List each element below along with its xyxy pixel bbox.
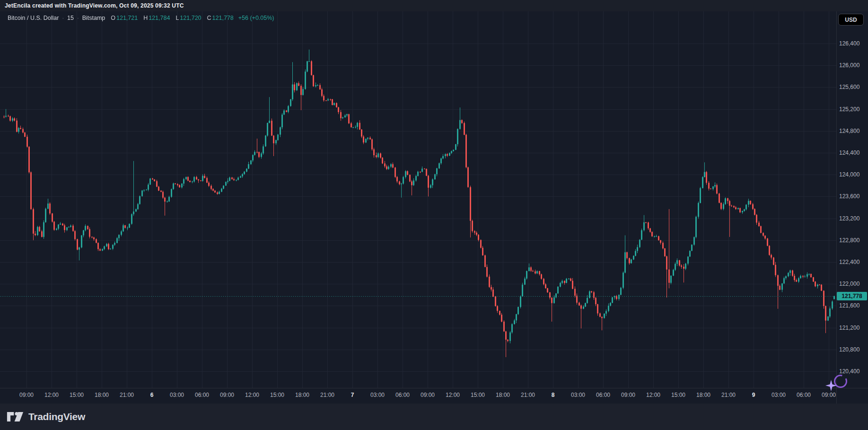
time-tick-label: 09:00 <box>19 392 34 398</box>
price-tick-label: 121,600 <box>839 302 859 309</box>
open-value: 121,721 <box>116 15 138 21</box>
footer-bar: TradingView <box>0 404 868 430</box>
time-tick-label: 21:00 <box>521 392 535 398</box>
price-tick-label: 122,800 <box>839 237 859 244</box>
time-tick-label: 15:00 <box>70 392 84 398</box>
tradingview-logo-icon[interactable] <box>7 410 24 423</box>
price-tick-label: 126,000 <box>839 62 859 69</box>
time-tick-label: 06:00 <box>596 392 610 398</box>
symbol-legend[interactable]: Bitcoin / U.S. Dollar · 15 · Bitstamp O … <box>8 14 274 22</box>
time-tick-label: 15:00 <box>471 392 485 398</box>
date-tick-label: 8 <box>552 392 555 398</box>
price-tick-label: 124,800 <box>839 128 859 134</box>
candlestick-chart-pane[interactable] <box>0 11 836 388</box>
time-tick-label: 12:00 <box>646 392 660 398</box>
time-tick-label: 21:00 <box>120 392 134 398</box>
time-tick-label: 18:00 <box>696 392 710 398</box>
time-tick-label: 15:00 <box>270 392 284 398</box>
symbol-title[interactable]: Bitcoin / U.S. Dollar <box>8 15 59 21</box>
high-value: 121,784 <box>149 15 170 21</box>
price-tick-label: 122,000 <box>839 281 859 287</box>
change-value: +56 (+0.05%) <box>238 15 274 21</box>
close-label: C <box>207 15 211 21</box>
price-tick-label: 126,400 <box>839 40 859 47</box>
time-tick-label: 03:00 <box>170 392 184 398</box>
legend-separator: · <box>77 15 79 21</box>
time-scale[interactable]: 09:0012:0015:0018:0021:00603:0006:0009:0… <box>0 388 836 404</box>
price-tick-label: 124,000 <box>839 171 859 178</box>
time-tick-label: 21:00 <box>320 392 334 398</box>
close-value: 121,778 <box>212 15 234 21</box>
price-tick-label: 121,200 <box>839 325 859 331</box>
price-scale[interactable]: USD 121,778 126,400126,000125,600125,200… <box>836 11 868 404</box>
time-tick-label: 06:00 <box>195 392 209 398</box>
time-tick-label: 03:00 <box>571 392 585 398</box>
export-attribution-bar: JetEncila created with TradingView.com, … <box>0 0 868 11</box>
price-tick-label: 125,600 <box>839 84 859 90</box>
price-tick-label: 122,400 <box>839 259 859 265</box>
time-tick-label: 18:00 <box>295 392 309 398</box>
price-tick-label: 124,400 <box>839 149 859 156</box>
time-tick-label: 03:00 <box>772 392 786 398</box>
price-tick-label: 123,600 <box>839 193 859 200</box>
low-label: L <box>175 15 179 21</box>
price-tick-label: 120,400 <box>839 368 859 375</box>
low-value: 121,720 <box>180 15 201 21</box>
attribution-text: JetEncila created with TradingView.com, … <box>5 2 184 9</box>
time-tick-label: 09:00 <box>220 392 234 398</box>
tradingview-brand-text[interactable]: TradingView <box>28 411 85 422</box>
exchange-label[interactable]: Bitstamp <box>82 15 105 21</box>
last-price-badge: 121,778 <box>837 292 867 300</box>
time-tick-label: 06:00 <box>797 392 811 398</box>
date-tick-label: 6 <box>150 392 154 398</box>
time-tick-label: 03:00 <box>370 392 385 398</box>
price-tick-label: 120,800 <box>839 346 859 353</box>
time-tick-label: 09:00 <box>621 392 635 398</box>
time-tick-label: 18:00 <box>496 392 510 398</box>
interval-label[interactable]: 15 <box>67 15 74 21</box>
time-tick-label: 09:00 <box>822 392 836 398</box>
time-tick-label: 12:00 <box>245 392 259 398</box>
time-tick-label: 18:00 <box>95 392 109 398</box>
open-label: O <box>111 15 115 21</box>
high-label: H <box>143 15 148 21</box>
legend-separator: · <box>62 15 64 21</box>
tradingview-chart-window: JetEncila created with TradingView.com, … <box>0 0 868 430</box>
time-axis-border <box>0 388 868 388</box>
time-tick-label: 12:00 <box>44 392 59 398</box>
currency-toggle-button[interactable]: USD <box>838 14 864 26</box>
time-tick-label: 12:00 <box>446 392 460 398</box>
time-tick-label: 21:00 <box>721 392 736 398</box>
time-tick-label: 09:00 <box>421 392 435 398</box>
time-tick-label: 15:00 <box>671 392 685 398</box>
price-axis-border <box>836 11 837 404</box>
date-tick-label: 9 <box>752 392 755 398</box>
price-tick-label: 123,200 <box>839 215 859 222</box>
date-tick-label: 7 <box>351 392 354 398</box>
price-tick-label: 125,200 <box>839 106 859 113</box>
time-tick-label: 06:00 <box>395 392 410 398</box>
